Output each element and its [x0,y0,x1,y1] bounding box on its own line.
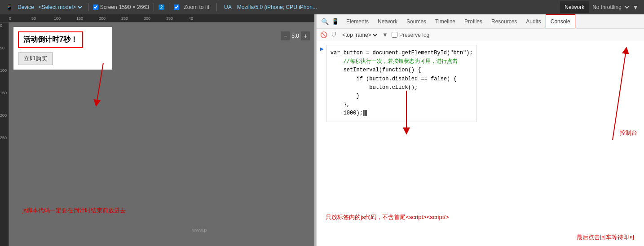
prompt-arrow-icon: ▶ [320,45,324,53]
main-area: 0 50 100 150 200 250 300 350 40 0 50 100… [0,14,644,246]
zoom-checkbox[interactable]: Zoom to fit [174,3,212,11]
code-line-6: } [331,92,473,101]
tab-console[interactable]: Console [546,14,575,28]
sep-3 [169,3,169,11]
badge-count: 2 [159,4,165,10]
ruler-v-marks: 0 50 100 150 200 250 [0,22,9,158]
devtools-icons: 🔍 📱 [318,18,342,25]
devtools-panel: 🔍 📱 Elements Network Sources Timeline Pr… [316,14,644,246]
ruler-horizontal: 0 50 100 150 200 250 300 350 40 [0,14,314,22]
tab-resources[interactable]: Resources [487,14,521,28]
device-content: 活动倒计时7秒！ 立即购买 js脚本代码一定要在倒计时结束前放进去 [9,22,314,246]
code-line-4: if (button.disabled == false) { [331,75,473,83]
device-label: Device [18,4,34,10]
ruler-h-250: 250 [121,16,144,21]
screen-label: Screen [100,4,117,10]
console-area[interactable]: ▶ var button = document.getElementById("… [317,41,644,246]
zoom-in-btn[interactable]: + [301,31,310,40]
tab-audits[interactable]: Audits [521,14,545,28]
annotation-js-note: js脚本代码一定要在倒计时结束前放进去 [22,206,126,215]
code-line-5: button.click(); [331,83,473,92]
frame-dropdown-icon[interactable]: ▼ [382,31,388,38]
code-block[interactable]: var button = document.getElementById("bt… [326,45,477,122]
search-icon[interactable]: 🔍 [321,18,329,25]
device-panel: 0 50 100 150 200 250 300 350 40 0 50 100… [0,14,314,246]
device-main-area: 0 50 100 150 200 250 活动倒计时7秒！ 立即购买 [0,22,314,246]
network-tab-area: Network No throttling ▼ [560,1,640,13]
zoom-to-fit-btn[interactable]: Zoom to fit [181,3,212,11]
code-line-3: setInterval(function() { [331,66,473,75]
tab-sources[interactable]: Sources [402,14,431,28]
frame-select[interactable]: <top frame> [340,31,379,39]
watermark: www.p [192,227,207,233]
ruler-v-150: 150 [0,91,9,113]
ruler-v-0: 0 [0,23,9,46]
ruler-h-100: 100 [54,16,76,21]
tab-network[interactable]: Network [373,14,402,28]
screen-checkbox[interactable]: Screen 1590 × 2663 [93,4,149,10]
throttle-select[interactable]: No throttling [589,1,631,13]
screen-check-input[interactable] [93,4,98,10]
console-prompt: ▶ var button = document.getElementById("… [320,45,640,122]
ruler-v-200: 200 [0,113,9,136]
sep-4 [216,3,217,11]
throttle-dropdown-icon[interactable]: ▼ [631,3,640,12]
buy-button[interactable]: 立即购买 [18,53,53,65]
ua-label: UA [224,4,232,10]
code-line-7: }, [331,101,473,109]
devtools-subbar: 🚫 ⛉ <top frame> ▼ Preserve log [317,29,644,41]
code-line-2: //每秒执行一次，若按钮状态为可用，进行点击 [331,57,473,66]
zoom-controls: − 5.0 + [281,31,310,40]
code-line-8: 1000);| [331,109,473,118]
devtools-tabs: 🔍 📱 Elements Network Sources Timeline Pr… [317,14,644,29]
ruler-v-100: 100 [0,68,9,91]
ruler-v-250: 250 [0,136,9,158]
ruler-h-200: 200 [99,16,121,21]
code-line-1: var button = document.getElementById("bt… [331,49,473,57]
tab-profiles[interactable]: Profiles [460,14,487,28]
device-select[interactable]: <Select model> [37,4,84,11]
filter-icon[interactable]: ⛉ [331,31,337,38]
preserve-log-check[interactable] [392,32,397,38]
network-tab[interactable]: Network [560,1,589,13]
ruler-h-marks: 0 50 100 150 200 250 300 350 40 [9,16,211,21]
mobile-icon[interactable]: 📱 [4,3,15,12]
screen-dims: 1590 × 2663 [119,4,149,10]
ruler-h-0: 0 [9,16,31,21]
sep-1 [88,3,88,11]
ruler-h-50: 50 [31,16,54,21]
ruler-h-300: 300 [144,16,166,21]
tab-elements[interactable]: Elements [342,14,373,28]
tab-timeline[interactable]: Timeline [431,14,460,28]
block-icon[interactable]: 🚫 [320,31,327,38]
ruler-h-400: 40 [189,16,211,21]
top-toolbar: 📱 Device <Select model> Screen 1590 × 26… [0,0,644,14]
mobile-devtools-icon[interactable]: 📱 [331,18,339,25]
ruler-v-50: 50 [0,46,9,68]
ruler-h-350: 350 [166,16,189,21]
zoom-check-input[interactable] [174,4,179,10]
ua-value: Mozilla/5.0 (iPhone; CPU iPhon... [237,4,317,10]
countdown-text: 活动倒计时7秒！ [18,31,83,48]
ruler-h-150: 150 [76,16,99,21]
devtools-content: ▶ var button = document.getElementById("… [317,41,644,246]
webpage-preview: 活动倒计时7秒！ 立即购买 [13,27,112,70]
preserve-log-label: Preserve log [392,32,429,38]
zoom-level-display: 5.0 [291,33,299,39]
ruler-vertical: 0 50 100 150 200 250 [0,22,9,246]
zoom-out-btn[interactable]: − [281,31,290,40]
sep-2 [154,3,154,11]
